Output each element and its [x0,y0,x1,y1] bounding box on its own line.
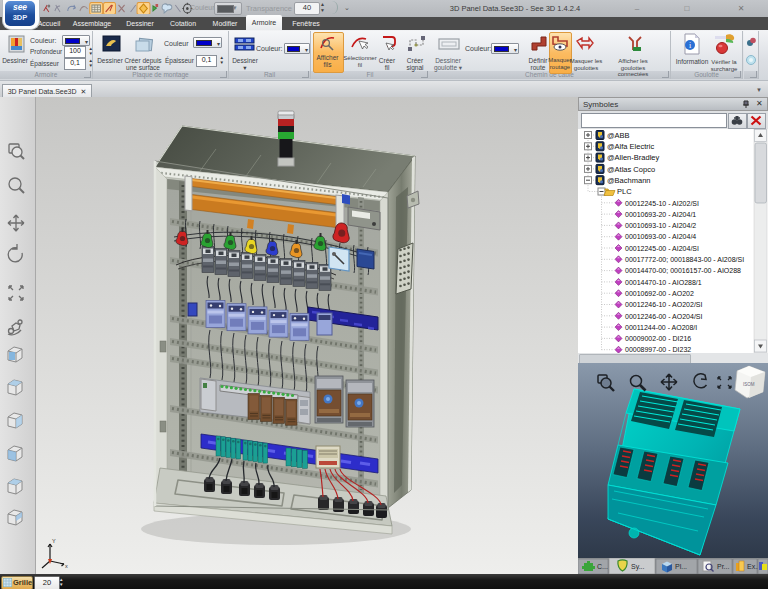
svg-text:C...: C... [597,563,608,570]
svg-text:00014470-10 - AIO288/1: 00014470-10 - AIO288/1 [625,279,702,286]
svg-text:Pl...: Pl... [675,563,687,570]
svg-text:PLC: PLC [617,187,632,196]
svg-text:00010692-00 - AO202: 00010692-00 - AO202 [625,290,694,297]
svg-text:@Atlas Copco: @Atlas Copco [607,165,655,174]
svg-text:@Alfa Electric: @Alfa Electric [607,142,654,151]
svg-text:00012245-00 - AI204/SI: 00012245-00 - AI204/SI [625,245,699,252]
svg-text:@Allen-Bradley: @Allen-Bradley [607,153,659,162]
svg-text:00012245-10 - AI202/SI: 00012245-10 - AI202/SI [625,200,699,207]
svg-text:00010693-10 - AI204/2: 00010693-10 - AI204/2 [625,222,696,229]
svg-text:@ABB: @ABB [607,131,630,140]
svg-text:x: x [65,563,68,569]
svg-text:Pr...: Pr... [717,563,730,570]
svg-text:00008997-00 - DI232: 00008997-00 - DI232 [625,346,691,353]
svg-text:00012246-10 - AO202/SI: 00012246-10 - AO202/SI [625,301,703,308]
svg-text:00012246-00 - AO204/SI: 00012246-00 - AO204/SI [625,313,703,320]
svg-text:@Bachmann: @Bachmann [607,176,650,185]
svg-text:00009002-00 - DI216: 00009002-00 - DI216 [625,335,691,342]
svg-text:00014470-00; 00016157-00 - AIO: 00014470-00; 00016157-00 - AIO288 [625,267,741,274]
svg-text:00010693-00 - AI204/4: 00010693-00 - AI204/4 [625,233,696,240]
svg-text:Y: Y [52,538,56,544]
svg-text:ISOM: ISOM [743,382,755,387]
svg-text:Sy...: Sy... [631,563,645,571]
svg-text:00017772-00; 00018843-00 - AI2: 00017772-00; 00018843-00 - AI208/SI [625,256,744,263]
svg-text:00010693-20 - AI204/1: 00010693-20 - AI204/1 [625,211,696,218]
svg-text:00011244-00 - AO208/I: 00011244-00 - AO208/I [625,324,697,331]
